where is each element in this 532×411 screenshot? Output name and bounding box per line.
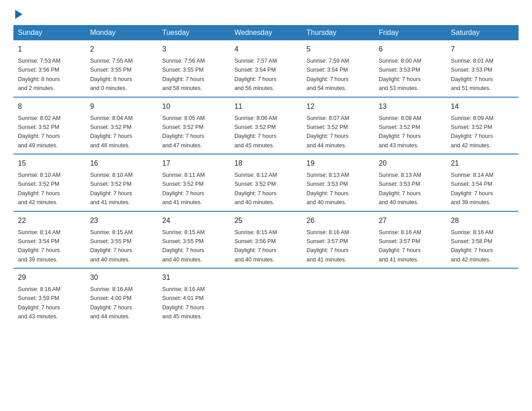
day-info: Sunrise: 7:59 AMSunset: 3:54 PMDaylight:… <box>307 58 349 91</box>
header-day-wednesday: Wednesday <box>230 25 302 40</box>
day-number: 17 <box>162 158 225 169</box>
day-number: 15 <box>18 158 81 169</box>
header-day-friday: Friday <box>374 25 446 40</box>
page-header <box>13 9 519 16</box>
calendar-cell: 12 Sunrise: 8:07 AMSunset: 3:52 PMDaylig… <box>302 97 374 154</box>
day-info: Sunrise: 8:04 AMSunset: 3:52 PMDaylight:… <box>90 115 133 149</box>
calendar-cell <box>446 268 519 325</box>
day-number: 4 <box>234 44 297 55</box>
calendar-cell <box>230 268 302 325</box>
day-info: Sunrise: 8:16 AMSunset: 4:01 PMDaylight:… <box>162 286 205 320</box>
calendar-cell: 26 Sunrise: 8:16 AMSunset: 3:57 PMDaylig… <box>302 211 374 269</box>
day-info: Sunrise: 7:53 AMSunset: 3:56 PMDaylight:… <box>18 58 60 91</box>
day-info: Sunrise: 8:10 AMSunset: 3:52 PMDaylight:… <box>18 172 60 206</box>
day-info: Sunrise: 8:15 AMSunset: 3:55 PMDaylight:… <box>162 229 205 263</box>
calendar-cell: 3 Sunrise: 7:56 AMSunset: 3:55 PMDayligh… <box>158 40 230 97</box>
day-info: Sunrise: 8:13 AMSunset: 3:53 PMDaylight:… <box>307 172 349 206</box>
header-day-thursday: Thursday <box>302 25 374 40</box>
calendar-cell: 16 Sunrise: 8:10 AMSunset: 3:52 PMDaylig… <box>86 154 158 211</box>
week-row-3: 15 Sunrise: 8:10 AMSunset: 3:52 PMDaylig… <box>13 154 519 211</box>
header-day-saturday: Saturday <box>446 25 519 40</box>
calendar-body: 1 Sunrise: 7:53 AMSunset: 3:56 PMDayligh… <box>13 40 519 325</box>
day-number: 12 <box>307 101 370 112</box>
calendar-cell: 22 Sunrise: 8:14 AMSunset: 3:54 PMDaylig… <box>13 211 86 269</box>
header-day-tuesday: Tuesday <box>158 25 230 40</box>
day-info: Sunrise: 8:16 AMSunset: 3:59 PMDaylight:… <box>18 286 60 320</box>
calendar-cell: 1 Sunrise: 7:53 AMSunset: 3:56 PMDayligh… <box>13 40 86 97</box>
day-info: Sunrise: 7:55 AMSunset: 3:55 PMDaylight:… <box>90 58 133 91</box>
day-info: Sunrise: 8:00 AMSunset: 3:53 PMDaylight:… <box>379 58 421 91</box>
calendar-cell: 27 Sunrise: 8:16 AMSunset: 3:57 PMDaylig… <box>374 211 446 269</box>
day-info: Sunrise: 8:16 AMSunset: 4:00 PMDaylight:… <box>90 286 133 320</box>
day-number: 8 <box>18 101 81 112</box>
day-number: 26 <box>307 215 370 226</box>
day-number: 16 <box>90 158 153 169</box>
day-info: Sunrise: 8:15 AMSunset: 3:56 PMDaylight:… <box>234 229 277 263</box>
calendar-cell: 13 Sunrise: 8:08 AMSunset: 3:52 PMDaylig… <box>374 97 446 154</box>
day-number: 3 <box>162 44 225 55</box>
day-number: 6 <box>379 44 442 55</box>
day-number: 22 <box>18 215 81 226</box>
calendar-cell: 21 Sunrise: 8:14 AMSunset: 3:54 PMDaylig… <box>446 154 519 211</box>
day-number: 30 <box>90 272 153 283</box>
day-number: 27 <box>379 215 442 226</box>
calendar-cell: 28 Sunrise: 8:16 AMSunset: 3:58 PMDaylig… <box>446 211 519 269</box>
day-number: 20 <box>379 158 442 169</box>
day-number: 28 <box>451 215 514 226</box>
day-number: 13 <box>379 101 442 112</box>
calendar-cell: 18 Sunrise: 8:12 AMSunset: 3:52 PMDaylig… <box>230 154 302 211</box>
calendar-cell: 2 Sunrise: 7:55 AMSunset: 3:55 PMDayligh… <box>86 40 158 97</box>
day-info: Sunrise: 8:16 AMSunset: 3:57 PMDaylight:… <box>379 229 421 263</box>
calendar-cell: 10 Sunrise: 8:05 AMSunset: 3:52 PMDaylig… <box>158 97 230 154</box>
day-number: 10 <box>162 101 225 112</box>
logo <box>13 9 22 16</box>
week-row-5: 29 Sunrise: 8:16 AMSunset: 3:59 PMDaylig… <box>13 268 519 325</box>
day-info: Sunrise: 8:12 AMSunset: 3:52 PMDaylight:… <box>234 172 277 206</box>
day-number: 1 <box>18 44 81 55</box>
day-number: 7 <box>451 44 514 55</box>
header-day-monday: Monday <box>86 25 158 40</box>
calendar-cell: 30 Sunrise: 8:16 AMSunset: 4:00 PMDaylig… <box>86 268 158 325</box>
day-info: Sunrise: 8:01 AMSunset: 3:53 PMDaylight:… <box>451 58 493 91</box>
day-info: Sunrise: 7:56 AMSunset: 3:55 PMDaylight:… <box>162 58 205 91</box>
day-number: 14 <box>451 101 514 112</box>
day-info: Sunrise: 7:57 AMSunset: 3:54 PMDaylight:… <box>234 58 277 91</box>
calendar-cell: 25 Sunrise: 8:15 AMSunset: 3:56 PMDaylig… <box>230 211 302 269</box>
week-row-4: 22 Sunrise: 8:14 AMSunset: 3:54 PMDaylig… <box>13 211 519 269</box>
day-number: 9 <box>90 101 153 112</box>
day-number: 23 <box>90 215 153 226</box>
calendar-cell: 8 Sunrise: 8:02 AMSunset: 3:52 PMDayligh… <box>13 97 86 154</box>
header-day-sunday: Sunday <box>13 25 86 40</box>
week-row-1: 1 Sunrise: 7:53 AMSunset: 3:56 PMDayligh… <box>13 40 519 97</box>
calendar-header: SundayMondayTuesdayWednesdayThursdayFrid… <box>13 25 519 40</box>
day-info: Sunrise: 8:11 AMSunset: 3:52 PMDaylight:… <box>162 172 205 206</box>
day-number: 21 <box>451 158 514 169</box>
calendar-cell: 14 Sunrise: 8:09 AMSunset: 3:52 PMDaylig… <box>446 97 519 154</box>
header-row: SundayMondayTuesdayWednesdayThursdayFrid… <box>13 25 519 40</box>
day-info: Sunrise: 8:08 AMSunset: 3:52 PMDaylight:… <box>379 115 421 149</box>
day-number: 18 <box>234 158 297 169</box>
calendar-cell: 6 Sunrise: 8:00 AMSunset: 3:53 PMDayligh… <box>374 40 446 97</box>
day-info: Sunrise: 8:07 AMSunset: 3:52 PMDaylight:… <box>307 115 349 149</box>
calendar-cell: 19 Sunrise: 8:13 AMSunset: 3:53 PMDaylig… <box>302 154 374 211</box>
calendar-cell <box>302 268 374 325</box>
day-info: Sunrise: 8:05 AMSunset: 3:52 PMDaylight:… <box>162 115 205 149</box>
day-number: 24 <box>162 215 225 226</box>
day-info: Sunrise: 8:02 AMSunset: 3:52 PMDaylight:… <box>18 115 60 149</box>
calendar-table: SundayMondayTuesdayWednesdayThursdayFrid… <box>13 25 519 325</box>
day-info: Sunrise: 8:06 AMSunset: 3:52 PMDaylight:… <box>234 115 277 149</box>
day-info: Sunrise: 8:14 AMSunset: 3:54 PMDaylight:… <box>18 229 60 263</box>
day-info: Sunrise: 8:14 AMSunset: 3:54 PMDaylight:… <box>451 172 493 206</box>
day-number: 5 <box>307 44 370 55</box>
calendar-cell: 5 Sunrise: 7:59 AMSunset: 3:54 PMDayligh… <box>302 40 374 97</box>
day-info: Sunrise: 8:16 AMSunset: 3:57 PMDaylight:… <box>307 229 349 263</box>
day-number: 25 <box>234 215 297 226</box>
day-info: Sunrise: 8:16 AMSunset: 3:58 PMDaylight:… <box>451 229 493 263</box>
calendar-cell: 7 Sunrise: 8:01 AMSunset: 3:53 PMDayligh… <box>446 40 519 97</box>
calendar-cell: 11 Sunrise: 8:06 AMSunset: 3:52 PMDaylig… <box>230 97 302 154</box>
calendar-cell <box>374 268 446 325</box>
calendar-cell: 23 Sunrise: 8:15 AMSunset: 3:55 PMDaylig… <box>86 211 158 269</box>
calendar-cell: 31 Sunrise: 8:16 AMSunset: 4:01 PMDaylig… <box>158 268 230 325</box>
calendar-cell: 17 Sunrise: 8:11 AMSunset: 3:52 PMDaylig… <box>158 154 230 211</box>
day-info: Sunrise: 8:09 AMSunset: 3:52 PMDaylight:… <box>451 115 493 149</box>
